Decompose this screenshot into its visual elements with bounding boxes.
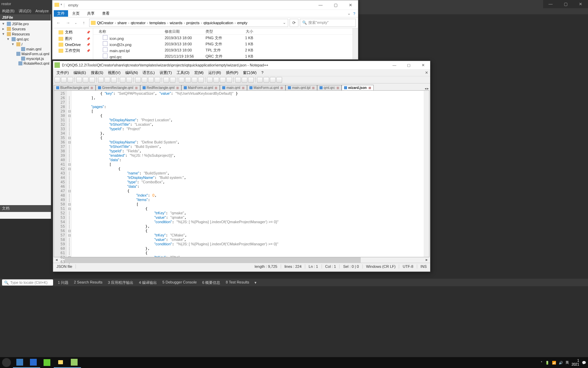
minimize-button[interactable]: — [387,61,402,69]
output-tab[interactable]: 4 编译输出 [136,280,160,285]
menu-item[interactable]: 语言(L) [141,70,157,76]
project-tree-item[interactable]: MainForm.ui.qml [0,51,51,56]
project-tree-item[interactable]: main.qml [0,47,51,51]
project-tree-item[interactable]: ▾qml.qrc [0,36,51,42]
toolbar-button[interactable] [220,77,226,83]
close-icon[interactable]: ✕ [573,0,588,8]
document-tab[interactable]: qml.qrc⊠ [317,85,342,90]
address-breadcrumb[interactable]: QtCreator›share›qtcreator›templates›wiza… [89,19,288,27]
output-tab[interactable]: 6 概要信息 [199,280,223,285]
toolbar-button[interactable] [54,77,60,83]
taskbar-app-1[interactable] [13,357,27,368]
npp-toolbar[interactable] [53,76,430,83]
recent-dropdown[interactable]: ⌄ [74,19,78,27]
ribbon-tabs[interactable]: 文件 主页 共享 查看 ⌄ ? [52,10,358,17]
tray-clock[interactable]: 1 2021 [572,359,579,366]
tray-ime[interactable]: 英 [566,360,569,365]
chevron-down-icon[interactable]: ▾ [61,3,62,7]
menu-item[interactable]: 插件(P) [224,70,241,76]
explorer-columns[interactable]: 名称 修改日期 类型 大小 [93,28,353,35]
breadcrumb-item[interactable]: templates [149,21,166,25]
close-button[interactable]: ✕ [343,0,358,10]
maximize-button[interactable]: ▢ [402,61,416,69]
col-type[interactable]: 类型 [206,29,236,34]
system-tray[interactable]: ˄ 🔋 📶 🔊 英 1 2021 💬 [541,359,588,366]
file-row[interactable]: icon@2x.png2019/3/13 18:00PNG 文件1 KB [93,41,353,47]
toolbar-button[interactable] [163,77,169,83]
project-tree-item[interactable]: ▸Sources [0,26,51,31]
minimize-icon[interactable]: — [543,0,558,8]
npp-document-tabs[interactable]: BlueRectangle.qml⊠GreenRectangle.qml⊠Red… [53,83,430,90]
toolbar-button[interactable] [185,77,191,83]
document-tab[interactable]: BlueRectangle.qml⊠ [54,85,96,90]
toolbar-button[interactable] [207,77,213,83]
toolbar-button[interactable] [120,77,126,83]
forward-button[interactable]: → [64,19,72,27]
document-tab[interactable]: MainForm.ui.qml⊠ [181,85,220,90]
npp-editor[interactable]: 25 26 27 28 29 30 31 32 33 34 35 36 37 3… [54,90,429,257]
menu-build[interactable]: 构建(B) [2,9,15,14]
menu-item[interactable]: 窗口(W) [241,70,259,76]
npp-titlebar[interactable]: D:\Qt\Qt5.12.2\Tools\QtCreator\share\qtc… [53,61,430,69]
document-tab[interactable]: main.qml⊠ [220,85,247,90]
toolbar-button[interactable] [213,77,219,83]
output-tab[interactable]: 1 问题 [55,280,71,285]
menu-item[interactable]: 编码(N) [123,70,140,76]
project-tree-item[interactable]: RotateRect.qml [0,61,51,66]
taskbar-app-2[interactable] [27,357,40,368]
code-area[interactable]: { "key": "SetQPAPhysicalSize", "value": … [72,91,424,257]
project-tree-item[interactable]: ▾/ [0,42,51,47]
tray-wifi-icon[interactable]: 📶 [552,361,556,365]
tray-chevron-icon[interactable]: ˄ [541,361,542,365]
document-tab[interactable]: wizard.json⊠ [342,85,373,90]
toolbar-button[interactable] [242,77,247,83]
tab-scroll-right[interactable]: ▸ [427,87,429,90]
output-tabs[interactable]: 1 问题2 Search Results3 应用程序输出4 编译输出5 Debu… [55,280,252,285]
toolbar-button[interactable] [148,77,154,83]
explorer-nav-pane[interactable]: 文档📌图片📌OneDrive📌工作空间📌 [52,28,93,59]
menu-item[interactable]: 设置(T) [158,70,174,76]
document-tab[interactable]: main.qml.tpl⊠ [285,85,317,90]
minimize-button[interactable]: — [313,0,328,10]
help-icon[interactable]: ? [353,12,358,16]
file-row[interactable]: icon.png2019/3/13 18:00PNG 文件1 KB [93,35,353,41]
npp-menubar[interactable]: 文件(F)编辑(E)搜索(S)视图(V)编码(N)语言(L)设置(T)工具(O)… [53,69,430,76]
refresh-button[interactable]: ⟳ [290,19,298,27]
toolbar-button[interactable] [235,77,241,83]
breadcrumb-item[interactable]: empty [236,21,248,25]
breadcrumb-item[interactable]: QtCreator [96,21,114,25]
toolbar-button[interactable] [98,77,104,83]
toolbar-button[interactable] [248,77,254,83]
up-button[interactable]: ↑ [80,19,88,27]
breadcrumb-item[interactable]: wizards [169,21,183,25]
taskbar-app-3[interactable] [40,357,54,368]
start-button[interactable] [2,358,11,367]
tab-file[interactable]: 文件 [54,10,68,17]
output-tab[interactable]: 8 Test Results [223,280,252,285]
close-button[interactable]: ✕ [416,61,430,69]
project-tree[interactable]: ▾JSFile.pro▸Sources▾Resources▾qml.qrc▾/m… [0,20,51,66]
toolbar-button[interactable] [170,77,176,83]
breadcrumb-item[interactable]: projects [186,21,200,25]
back-button[interactable]: ← [54,19,63,27]
toolbar-button[interactable] [76,77,82,83]
file-row[interactable]: qml.qrc2021/11/19 19:56QRC 文件1 KB [93,53,353,59]
col-size[interactable]: 大小 [236,29,257,34]
file-row[interactable]: main.qml.tpl2019/3/13 18:00TPL 文件2 KB [93,47,353,53]
maximize-button[interactable]: ▢ [328,0,343,10]
toolbar-button[interactable] [154,77,160,83]
windows-taskbar[interactable]: ˄ 🔋 📶 🔊 英 1 2021 💬 [0,357,588,368]
output-tab[interactable]: 2 Search Results [71,280,105,285]
toolbar-button[interactable] [61,77,67,83]
locator-input[interactable]: 🔍 Type to locate (Ctrl+K) [2,279,53,286]
toolbar-button[interactable] [104,77,110,83]
scrollbar-vertical[interactable] [353,28,358,59]
toolbar-button[interactable] [111,77,117,83]
document-tab[interactable]: GreenRectangle.qml⊠ [96,85,140,90]
output-tab[interactable]: 3 应用程序输出 [105,280,136,285]
toolbar-button[interactable] [179,77,184,83]
breadcrumb-item[interactable]: share [117,21,128,25]
menu-item[interactable]: 编辑(E) [71,70,88,76]
scrollbar-vertical[interactable] [424,91,429,257]
taskbar-notepadpp[interactable] [67,357,81,368]
